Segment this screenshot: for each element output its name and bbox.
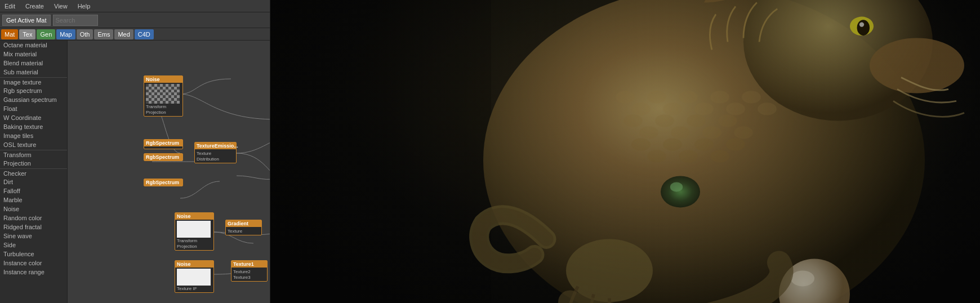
node-rgb-spectrum-3[interactable]: RgbSpectrum [144, 179, 183, 186]
sidebar-item-noise[interactable]: Noise [0, 204, 67, 213]
tab-ems[interactable]: Ems [94, 29, 113, 39]
node-gradient-mid-left[interactable]: Gradient Texture [225, 220, 262, 235]
sidebar-item-ridged-fractal[interactable]: Ridged fractal [0, 222, 67, 231]
sidebar-item-transform[interactable]: Transform [0, 150, 67, 159]
sidebar-item-baking-texture[interactable]: Baking texture [0, 122, 67, 131]
node-texture1-bottom[interactable]: Texture1 Texture2 Texture3 [231, 260, 268, 282]
node-texture-emission[interactable]: TextureEmissio... Texture Distribution [194, 142, 237, 163]
sidebar-item-instance-range[interactable]: Instance range [0, 268, 67, 277]
toolbar: Get Active Mat [0, 12, 270, 28]
sidebar-item-projection[interactable]: Projection [0, 159, 67, 168]
node-rgb-spectrum-1[interactable]: RgbSpectrum [144, 139, 183, 149]
sidebar-item-side[interactable]: Side [0, 240, 67, 249]
node-rgb-spectrum-2[interactable]: RgbSpectrum [144, 153, 183, 161]
search-input[interactable] [53, 15, 98, 26]
sidebar-item-checker[interactable]: Checker [0, 168, 67, 177]
tab-mat[interactable]: Mat [1, 29, 18, 39]
dragon-svg [270, 0, 980, 303]
sidebar-item-mix-material[interactable]: Mix material [0, 50, 67, 59]
menu-help[interactable]: Help [75, 3, 93, 10]
node-noise-bottom[interactable]: Noise Texture IF [175, 260, 214, 293]
sidebar-item-w-coordinate[interactable]: W Coordinate [0, 113, 67, 122]
tab-tex[interactable]: Tex [19, 29, 35, 39]
node-graph[interactable]: Noise Transform Projection FalloffTextu.… [68, 41, 270, 303]
sidebar-item-octane-material[interactable]: Octane material [0, 41, 67, 50]
tab-gen[interactable]: Gen [37, 29, 55, 39]
sidebar-list[interactable]: Octane material Mix material Blend mater… [0, 41, 68, 303]
menu-create[interactable]: Create [23, 3, 46, 10]
right-panel [270, 0, 980, 303]
sidebar-item-falloff[interactable]: Falloff [0, 186, 67, 195]
left-panel: Edit Create View Help Get Active Mat Mat… [0, 0, 270, 303]
sidebar-item-instance-color[interactable]: Instance color [0, 259, 67, 268]
sidebar-item-float[interactable]: Float [0, 104, 67, 113]
sidebar-item-blend-material[interactable]: Blend material [0, 59, 67, 68]
sidebar-item-sine-wave[interactable]: Sine wave [0, 231, 67, 240]
sidebar-item-image-texture[interactable]: Image texture [0, 77, 67, 86]
get-active-mat-button[interactable]: Get Active Mat [2, 15, 51, 26]
sidebar-item-turbulence[interactable]: Turbulence [0, 249, 67, 259]
tab-row: Mat Tex Gen Map Oth Ems Med C4D [0, 28, 270, 41]
sidebar-item-gaussian-spectrum[interactable]: Gaussian spectrum [0, 95, 67, 104]
sidebar-item-image-tiles[interactable]: Image tiles [0, 131, 67, 140]
tab-oth[interactable]: Oth [77, 29, 93, 39]
tab-c4d[interactable]: C4D [135, 29, 154, 39]
sidebar-item-osl-texture[interactable]: OSL texture [0, 140, 67, 149]
sidebar-item-marble[interactable]: Marble [0, 195, 67, 204]
sidebar-item-random-color[interactable]: Random color [0, 213, 67, 222]
left-content: Octane material Mix material Blend mater… [0, 41, 270, 303]
node-noise-top[interactable]: Noise Transform Projection [144, 75, 183, 117]
tab-med[interactable]: Med [114, 29, 133, 39]
dragon-render [270, 0, 980, 303]
sidebar-item-dirt[interactable]: Dirt [0, 177, 67, 186]
menu-edit[interactable]: Edit [2, 3, 17, 10]
menu-view[interactable]: View [52, 3, 70, 10]
tab-map[interactable]: Map [56, 29, 75, 39]
sidebar-item-sub-material[interactable]: Sub material [0, 68, 67, 77]
menu-bar: Edit Create View Help [0, 0, 270, 12]
sidebar-item-rgb-spectrum[interactable]: Rgb spectrum [0, 86, 67, 95]
node-noise-middle[interactable]: Noise Transform Projection [175, 212, 214, 251]
svg-rect-39 [270, 0, 980, 303]
